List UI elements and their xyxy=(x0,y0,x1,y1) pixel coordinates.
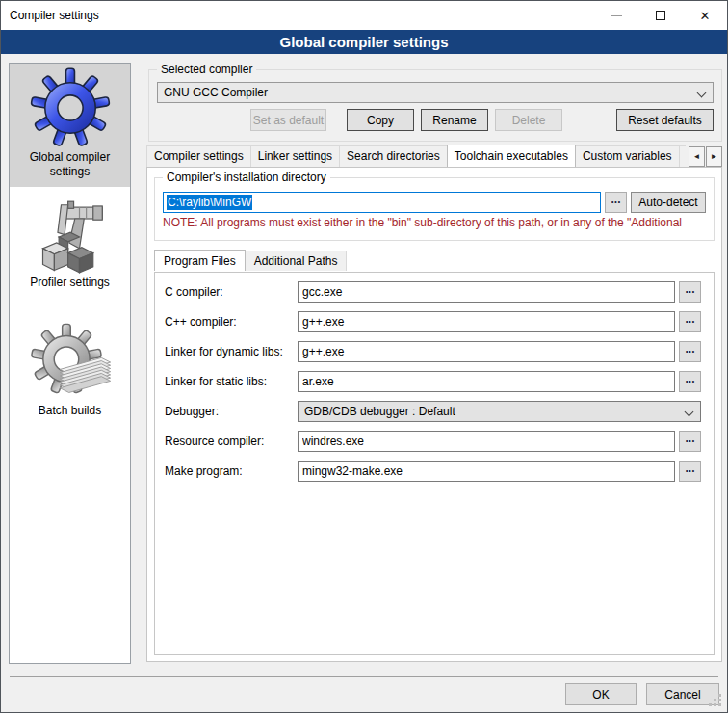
maximize-icon xyxy=(656,11,665,20)
delete-button[interactable]: Delete xyxy=(495,109,562,131)
auto-detect-button[interactable]: Auto-detect xyxy=(631,192,706,213)
caption-buttons: ✕ xyxy=(594,1,727,30)
minimize-icon xyxy=(611,15,622,16)
installation-directory-group-label: Compiler's installation directory xyxy=(163,171,330,184)
minimize-button[interactable] xyxy=(594,1,638,30)
compiler-select[interactable]: GNU GCC Compiler xyxy=(157,82,714,103)
caliper-icon xyxy=(10,200,130,274)
close-button[interactable]: ✕ xyxy=(683,1,727,30)
debugger-label: Debugger: xyxy=(165,405,298,418)
cpp-compiler-input[interactable] xyxy=(298,311,675,332)
set-as-default-button[interactable]: Set as default xyxy=(250,109,326,131)
dialog-body: Global compiler settings xyxy=(2,54,726,711)
debugger-row: Debugger: GDB/CDB debugger : Default xyxy=(165,401,701,422)
titlebar: Compiler settings ✕ xyxy=(1,1,727,30)
tab-scroll-buttons: ◄ ► xyxy=(688,146,722,167)
toolchain-executables-page: Compiler's installation directory C:\ray… xyxy=(146,167,722,662)
settings-category-list: Global compiler settings xyxy=(9,63,131,664)
copy-button[interactable]: Copy xyxy=(347,109,414,131)
dialog-header: Global compiler settings xyxy=(1,30,727,54)
make-program-browse-button[interactable]: ... xyxy=(679,461,701,482)
rename-button[interactable]: Rename xyxy=(421,109,488,131)
compiler-select-value: GNU GCC Compiler xyxy=(164,86,268,99)
resize-grip[interactable] xyxy=(718,703,721,706)
tab-build-options[interactable]: Build options xyxy=(679,145,686,167)
sidebar-item-label: Batch builds xyxy=(10,402,130,426)
tab-linker-settings[interactable]: Linker settings xyxy=(250,145,340,167)
browse-directory-button[interactable]: ... xyxy=(605,192,627,213)
installation-directory-input[interactable]: C:\raylib\MinGW xyxy=(163,192,601,213)
cpp-compiler-row: C++ compiler: ... xyxy=(165,311,701,332)
tab-scroll-left-button[interactable]: ◄ xyxy=(689,146,705,167)
dynamic-linker-browse-button[interactable]: ... xyxy=(679,341,701,362)
bin-subdirectory-note: NOTE: All programs must exist either in … xyxy=(163,216,706,229)
resource-compiler-browse-button[interactable]: ... xyxy=(679,431,701,452)
close-icon: ✕ xyxy=(700,10,711,22)
installation-directory-selected-text: C:\raylib\MinGW xyxy=(167,195,252,210)
static-linker-label: Linker for static libs: xyxy=(165,375,298,388)
selected-compiler-group-label: Selected compiler xyxy=(157,63,256,76)
tab-toolchain-executables[interactable]: Toolchain executables xyxy=(447,145,576,167)
static-linker-browse-button[interactable]: ... xyxy=(679,371,701,392)
sidebar-item-label: Profiler settings xyxy=(10,274,130,298)
dynamic-linker-label: Linker for dynamic libs: xyxy=(165,345,298,358)
debugger-select-value: GDB/CDB debugger : Default xyxy=(304,405,455,418)
gray-gear-stack-icon xyxy=(10,319,130,402)
make-program-label: Make program: xyxy=(165,464,298,478)
cpp-compiler-label: C++ compiler: xyxy=(165,315,298,329)
c-compiler-row: C compiler: ... xyxy=(165,281,701,303)
chevron-down-icon xyxy=(697,89,707,98)
resource-compiler-input[interactable] xyxy=(298,431,675,452)
compiler-settings-window: Compiler settings ✕ Global compiler sett… xyxy=(0,0,728,713)
main-panel: Selected compiler GNU GCC Compiler Set a… xyxy=(142,54,722,713)
compiler-buttons-row: Set as default Copy Rename Delete Reset … xyxy=(157,109,714,131)
tab-scroll-left-icon: ◄ xyxy=(693,152,701,161)
dynamic-linker-row: Linker for dynamic libs: ... xyxy=(165,341,701,362)
reset-defaults-button[interactable]: Reset defaults xyxy=(616,109,714,131)
cancel-button[interactable]: Cancel xyxy=(646,683,719,705)
tab-program-files[interactable]: Program Files xyxy=(154,250,246,271)
c-compiler-label: C compiler: xyxy=(165,285,298,299)
installation-directory-group: Compiler's installation directory C:\ray… xyxy=(154,177,715,241)
maximize-button[interactable] xyxy=(638,1,683,30)
chevron-down-icon xyxy=(685,408,694,417)
tab-scroll-right-icon: ► xyxy=(711,152,718,161)
program-tabbar: Program Files Additional Paths xyxy=(154,251,715,272)
cpp-compiler-browse-button[interactable]: ... xyxy=(679,311,701,332)
c-compiler-input[interactable] xyxy=(298,281,675,303)
sidebar-item-profiler-settings[interactable]: Profiler settings xyxy=(10,187,130,298)
tab-scroll-right-button[interactable]: ► xyxy=(706,146,722,167)
selected-compiler-group: Selected compiler GNU GCC Compiler Set a… xyxy=(148,69,722,142)
tab-search-directories[interactable]: Search directories xyxy=(339,145,448,167)
make-program-row: Make program: ... xyxy=(165,461,701,482)
settings-tabs: Compiler settings Linker settings Search… xyxy=(146,145,686,168)
installation-directory-row: C:\raylib\MinGW ... Auto-detect xyxy=(163,192,706,213)
debugger-select[interactable]: GDB/CDB debugger : Default xyxy=(298,401,701,422)
make-program-input[interactable] xyxy=(298,461,675,482)
static-linker-row: Linker for static libs: ... xyxy=(165,371,701,392)
ok-button[interactable]: OK xyxy=(565,683,637,705)
static-linker-input[interactable] xyxy=(298,371,675,392)
program-files-page: C compiler: ... C++ compiler: ... Linker… xyxy=(154,272,715,655)
footer-divider xyxy=(10,676,718,677)
dynamic-linker-input[interactable] xyxy=(298,341,675,362)
tab-additional-paths[interactable]: Additional Paths xyxy=(245,251,348,271)
sidebar-item-global-compiler-settings[interactable]: Global compiler settings xyxy=(10,64,130,187)
resource-compiler-label: Resource compiler: xyxy=(165,435,298,448)
tab-custom-variables[interactable]: Custom variables xyxy=(575,145,680,167)
sidebar-item-label: Global compiler settings xyxy=(10,148,130,187)
sidebar-item-batch-builds[interactable]: Batch builds xyxy=(10,298,130,426)
settings-tabbar: Compiler settings Linker settings Search… xyxy=(146,145,722,168)
resource-compiler-row: Resource compiler: ... xyxy=(165,431,701,452)
tab-compiler-settings[interactable]: Compiler settings xyxy=(146,145,251,167)
blue-gear-icon xyxy=(10,67,130,148)
c-compiler-browse-button[interactable]: ... xyxy=(679,281,701,303)
window-title: Compiler settings xyxy=(10,9,99,22)
